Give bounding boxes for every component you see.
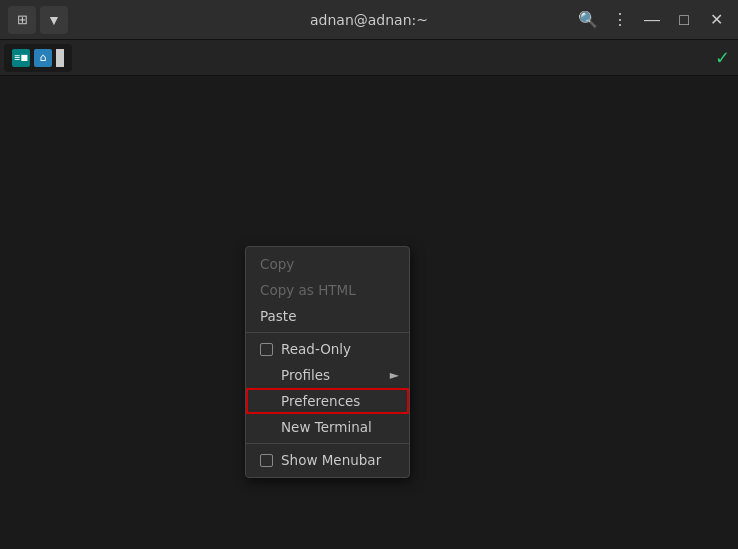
kebab-icon: ⋮ [612,10,628,29]
close-button[interactable]: ✕ [702,6,730,34]
menu-item-copy[interactable]: Copy [246,251,409,277]
minimize-button[interactable]: — [638,6,666,34]
menu-separator-2 [246,443,409,444]
title-bar: ⊞ ▼ adnan@adnan:~ 🔍 ⋮ — □ ✕ [0,0,738,40]
home-icon: ⌂ [34,49,52,67]
title-bar-right: 🔍 ⋮ — □ ✕ [574,6,730,34]
read-only-checkbox[interactable] [260,343,273,356]
menu-item-read-only[interactable]: Read-Only [246,336,409,362]
terminal-tab[interactable]: ≡■ ⌂ [4,44,72,72]
minimize-icon: — [644,11,660,29]
add-icon: ⊞ [17,12,28,27]
show-menubar-checkbox[interactable] [260,454,273,467]
add-tab-button[interactable]: ⊞ [8,6,36,34]
menu-separator-1 [246,332,409,333]
chevron-down-icon: ▼ [47,12,61,28]
tmux-icon: ≡■ [12,49,30,67]
menu-item-paste[interactable]: Paste [246,303,409,329]
menu-item-new-terminal[interactable]: New Terminal [246,414,409,440]
menu-item-copy-as-html[interactable]: Copy as HTML [246,277,409,303]
terminal-area[interactable]: Copy Copy as HTML Paste Read-Only Profil… [0,76,738,549]
cursor [56,49,64,67]
close-icon: ✕ [710,10,723,29]
maximize-button[interactable]: □ [670,6,698,34]
menu-button[interactable]: ⋮ [606,6,634,34]
maximize-icon: □ [679,11,689,29]
title-bar-left: ⊞ ▼ [8,6,68,34]
window-title: adnan@adnan:~ [310,12,428,28]
search-button[interactable]: 🔍 [574,6,602,34]
menu-item-preferences[interactable]: Preferences [246,388,409,414]
submenu-arrow-icon: ► [390,368,399,382]
menu-item-profiles[interactable]: Profiles ► [246,362,409,388]
checkmark-icon[interactable]: ✓ [715,47,730,68]
search-icon: 🔍 [578,10,598,29]
dropdown-button[interactable]: ▼ [40,6,68,34]
menu-item-show-menubar[interactable]: Show Menubar [246,447,409,473]
context-menu: Copy Copy as HTML Paste Read-Only Profil… [245,246,410,478]
tab-bar: ≡■ ⌂ ✓ [0,40,738,76]
